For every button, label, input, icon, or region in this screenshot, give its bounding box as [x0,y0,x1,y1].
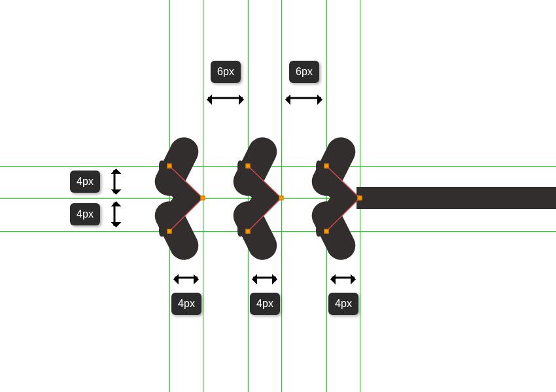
measure-badge: 6px [211,61,241,83]
measure-badge: 4px [250,293,280,315]
measure-arrow [114,203,116,226]
measure-arrow [208,97,243,99]
anchor-point[interactable] [246,164,251,169]
measure-badge: 4px [171,293,201,315]
diagram-canvas: 6px 6px 4px 4px 4px 4px 4px [0,0,556,392]
anchor-point[interactable] [201,196,205,201]
anchor-point[interactable] [279,196,284,201]
measure-arrow [175,277,198,279]
measure-arrow [114,170,116,193]
anchor-point[interactable] [246,229,251,234]
measure-badge: 4px [70,171,100,193]
measure-badge: 6px [289,61,319,83]
anchor-point[interactable] [324,229,329,234]
anchor-point[interactable] [324,164,329,169]
svg-rect-0 [356,187,556,209]
measure-arrow [287,97,321,99]
measure-badge: 4px [328,293,358,315]
measure-arrow [253,277,276,279]
anchor-point[interactable] [167,164,172,169]
anchor-point[interactable] [167,229,172,234]
shape-layer [0,0,556,392]
anchor-point[interactable] [358,196,362,201]
measure-arrow [332,277,355,279]
measure-badge: 4px [70,203,100,225]
